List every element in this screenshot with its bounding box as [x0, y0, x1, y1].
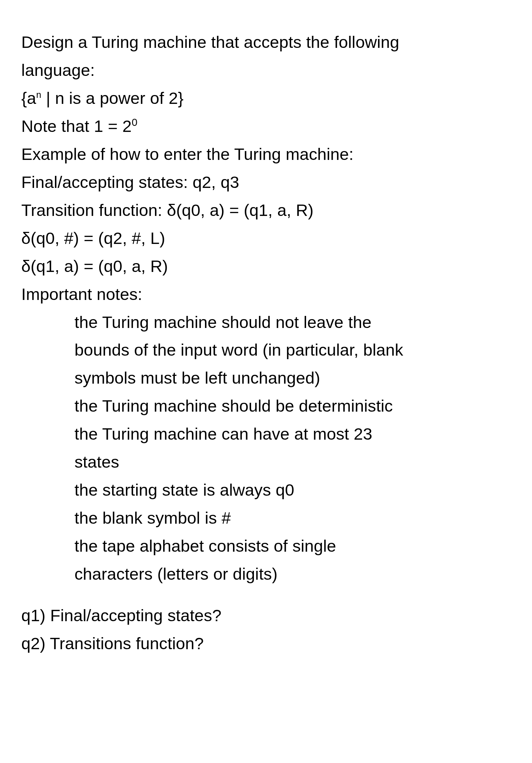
important-notes-label: Important notes: [21, 280, 511, 308]
document-page: Design a Turing machine that accepts the… [0, 0, 532, 686]
note-prefix: Note that 1 = 2 [21, 117, 132, 135]
example-transition-3: δ(q1, a) = (q0, a, R) [21, 252, 511, 280]
example-transition-2: δ(q0, #) = (q2, #, L) [21, 224, 511, 252]
note-blank-symbol: the blank symbol is # [74, 504, 511, 532]
spacer [21, 588, 511, 602]
note-alphabet-line-1: the tape alphabet consists of single [74, 532, 511, 560]
note-bounds-line-3: symbols must be left unchanged) [74, 364, 511, 392]
note-superscript-zero: 0 [132, 117, 137, 128]
lang-open: {a [21, 89, 36, 107]
note-deterministic: the Turing machine should be determinist… [74, 392, 511, 420]
lang-rest: | n is a power of 2} [41, 89, 184, 107]
note-power-zero: Note that 1 = 20 [21, 112, 511, 140]
notes-list: the Turing machine should not leave the … [21, 308, 511, 589]
lang-superscript-n: n [36, 90, 41, 100]
question-2: q2) Transitions function? [21, 630, 511, 658]
question-1: q1) Final/accepting states? [21, 602, 511, 630]
example-final-states: Final/accepting states: q2, q3 [21, 168, 511, 196]
note-states-line-1: the Turing machine can have at most 23 [74, 420, 511, 448]
note-start-state: the starting state is always q0 [74, 476, 511, 504]
intro-line-1: Design a Turing machine that accepts the… [21, 28, 511, 56]
language-definition: {an | n is a power of 2} [21, 84, 511, 112]
note-bounds-line-1: the Turing machine should not leave the [74, 308, 511, 336]
note-states-line-2: states [74, 448, 511, 476]
note-bounds-line-2: bounds of the input word (in particular,… [74, 336, 511, 364]
example-transition-1: Transition function: δ(q0, a) = (q1, a, … [21, 196, 511, 224]
note-alphabet-line-2: characters (letters or digits) [74, 560, 511, 588]
example-intro: Example of how to enter the Turing machi… [21, 140, 511, 168]
intro-line-2: language: [21, 56, 511, 84]
